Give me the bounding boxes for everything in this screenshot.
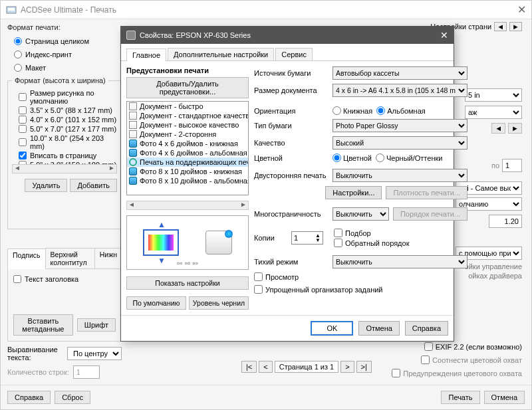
delete-size-button[interactable]: Удалить (25, 179, 67, 192)
page-next-button[interactable]: ► (509, 22, 522, 31)
density-button[interactable]: Плотность печати... (386, 186, 467, 199)
tab-main[interactable]: Главное (126, 49, 166, 61)
quality-select[interactable]: Высокий (332, 136, 467, 150)
caption-panel: Текст заголовка Вставить метаданные Шриф… (7, 269, 122, 342)
insert-metadata-button[interactable]: Вставить метаданные (13, 314, 73, 336)
size-opt[interactable]: 4.0" x 6.0" (101 x 152 mm) (12, 115, 117, 124)
preset-item[interactable]: Фото 8 x 10 дюймов - альбомная (127, 176, 248, 185)
multipage-select[interactable]: Выключить (332, 207, 389, 221)
preview-area: ▲ ▼ ▫▫ ▫▫ ▫▫ (126, 215, 249, 270)
tab-caption[interactable]: Подпись (7, 249, 46, 269)
document-icon (129, 130, 137, 138)
size-opt[interactable]: Размер рисунка по умолчанию (12, 88, 117, 106)
pager-prev[interactable]: < (259, 361, 272, 373)
preset-item[interactable]: Документ - 2-стороння (127, 130, 248, 139)
paper-source-select[interactable]: Автовыбор кассеты (332, 66, 467, 80)
svg-rect-1 (8, 8, 15, 11)
tab-header[interactable]: Верхний колонтитул (45, 248, 95, 268)
print-button[interactable]: Печать (441, 391, 479, 404)
preset-item[interactable]: Документ - стандартное качество (127, 111, 248, 120)
presets-title: Предустановки печати (126, 66, 249, 74)
bg-stepper-up[interactable]: ► (508, 123, 522, 134)
radio-grayscale[interactable]: Черный/Оттенки (376, 154, 442, 162)
ok-button[interactable]: OK (311, 321, 353, 336)
pager-next[interactable]: > (340, 361, 354, 373)
radio-landscape[interactable]: Альбомная (376, 106, 426, 115)
size-opt[interactable]: 3.5" x 5.0" (88 x 127 mm) (12, 106, 117, 115)
chk-header-text[interactable]: Текст заголовка (13, 274, 116, 284)
preset-item[interactable]: Документ - быстро (127, 102, 248, 111)
size-scrollbar[interactable] (12, 164, 117, 173)
quiet-select[interactable]: Выключить (332, 255, 467, 268)
chk-simple-organizer[interactable]: Упрощенный организатор заданий (254, 285, 467, 294)
preset-item[interactable]: Фото 8 x 10 дюймов - книжная (127, 167, 248, 176)
add-size-button[interactable]: Добавить (70, 179, 117, 192)
help-button[interactable]: Справка (7, 391, 51, 404)
chk-exif[interactable] (424, 342, 433, 351)
edit-presets-button[interactable]: Добавить/Удалить предустановки... (126, 77, 249, 98)
chk-gamut2[interactable] (392, 369, 400, 377)
dialog-close-icon[interactable]: ✕ (440, 30, 448, 41)
duplex-settings-button[interactable]: Настройки... (325, 186, 382, 199)
size-opt[interactable]: 5.0" x 7.0" (127 x 177 mm) (12, 124, 117, 134)
pager-last[interactable]: >| (356, 361, 372, 373)
dialog-help-button[interactable]: Справка (405, 321, 448, 336)
cancel-button[interactable]: Отмена (484, 391, 525, 404)
size-opt[interactable]: Вписать в страницу (12, 151, 117, 160)
bottom-bar: Справка Сброс Печать Отмена (1, 385, 531, 409)
multipage-label: Многостраничность (254, 210, 329, 218)
preset-item[interactable]: Документ - высокое качество (127, 120, 248, 130)
lines-input[interactable] (73, 365, 100, 379)
tab-footer[interactable]: Нижн (94, 248, 122, 268)
radio-layout[interactable]: Макет (7, 63, 122, 72)
settings-column: Источник бумагиАвтовыбор кассеты Размер … (254, 66, 467, 310)
radio-portrait[interactable]: Книжная (332, 106, 372, 115)
chk-gamut1[interactable] (421, 356, 430, 364)
paper-type-label: Тип бумаги (254, 122, 329, 130)
preset-scrollbar[interactable] (126, 201, 249, 210)
page-order-button[interactable]: Порядок печати... (393, 207, 467, 221)
tab-advanced[interactable]: Дополнительные настройки (168, 48, 274, 60)
copies-spinner[interactable]: 1▲▼ (291, 231, 323, 245)
po-label: по (491, 161, 499, 169)
paper-type-select[interactable]: Photo Paper Glossy (332, 119, 467, 132)
show-settings-button[interactable]: Показать настройки (126, 276, 249, 290)
default-button[interactable]: По умолчанию (126, 296, 186, 310)
radio-full-page[interactable]: Страница целиком (7, 37, 122, 46)
window-close-icon[interactable]: ✕ (517, 3, 526, 16)
quality-label: Качество (254, 139, 329, 147)
bg-orient-select[interactable]: аж (465, 106, 522, 119)
duplex-select[interactable]: Выключить (332, 169, 467, 182)
preset-list[interactable]: Документ - быстро Документ - стандартное… (126, 101, 249, 195)
gamma-input[interactable] (489, 215, 522, 228)
doc-size-select[interactable]: 4 x 6 in -> A6 4.1 x 5.8 in (105 x 148 m (332, 84, 467, 97)
format-label: Формат печати: (7, 23, 122, 31)
page-prev-button[interactable]: ◄ (494, 22, 507, 31)
preset-item-selected[interactable]: Печать на поддерживающих печат (127, 157, 248, 167)
pager-first[interactable]: |< (241, 361, 257, 373)
radio-index-print[interactable]: Индекс-принт (7, 50, 122, 59)
duplex-icons: ▫▫ ▫▫ ▫▫ (177, 258, 198, 268)
app-icon (6, 5, 17, 15)
left-column: Формат печати: Страница целиком Индекс-п… (7, 23, 122, 385)
radio-color[interactable]: Цветной (332, 154, 372, 162)
paper-source-label: Источник бумаги (254, 69, 329, 77)
tab-service[interactable]: Сервис (275, 48, 313, 60)
po-input[interactable] (502, 159, 522, 172)
preset-item[interactable]: Фото 4 x 6 дюймов - книжная (127, 139, 248, 148)
font-button[interactable]: Шрифт (77, 318, 116, 332)
mgmt-label2: ойках драйвера (468, 272, 522, 280)
chk-collate[interactable]: Подбор (334, 229, 467, 237)
bg-stepper-down[interactable]: ◄ (491, 123, 505, 134)
size-opt[interactable]: 10.0" x 8.0" (254 x 203 mm) (12, 134, 117, 151)
preset-item[interactable]: Фото 4 x 6 дюймов - альбомная (127, 148, 248, 157)
chk-reverse[interactable]: Обратный порядок (334, 239, 467, 247)
presets-column: Предустановки печати Добавить/Удалить пр… (126, 66, 249, 310)
reset-button[interactable]: Сброс (55, 391, 90, 404)
chk-preview[interactable]: Просмотр (254, 272, 467, 281)
align-select[interactable]: По центру (67, 347, 122, 360)
ink-levels-button[interactable]: Уровень чернил (189, 296, 249, 310)
titlebar: ACDSee Ultimate - Печать ✕ (1, 1, 531, 19)
bg-size-select[interactable]: 5 in (465, 88, 522, 102)
dialog-cancel-button[interactable]: Отмена (358, 321, 399, 336)
